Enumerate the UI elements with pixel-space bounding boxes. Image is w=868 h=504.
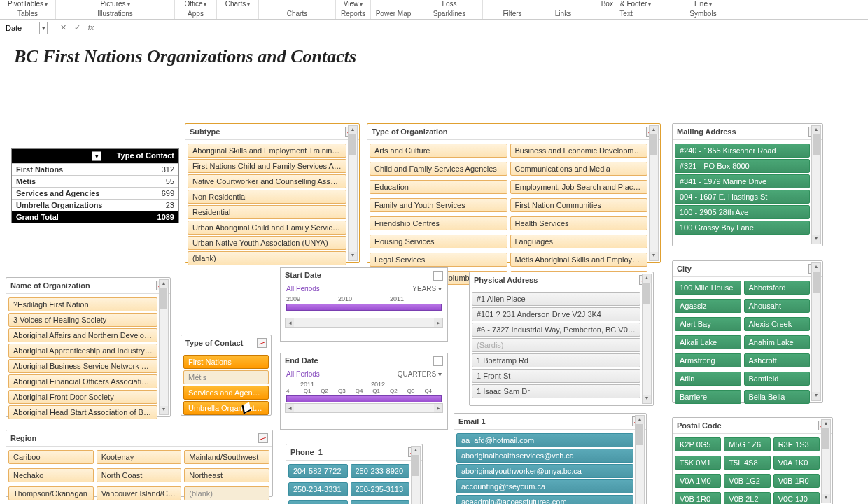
timeline-end-date[interactable]: End Date All PeriodsQUARTERS ▾ 20112012 … — [280, 353, 448, 430]
scrollbar[interactable]: ▴▾ — [635, 415, 645, 504]
slicer-name-of-organization[interactable]: Name of Organization ?Esdilagh First Nat… — [6, 277, 171, 417]
ribbon-group-reports: Reports — [341, 10, 365, 19]
scrollbar[interactable]: ▴▾ — [811, 125, 821, 244]
slicer-physical-address[interactable]: Physical Address #1 Allen Place #101 ? 2… — [469, 272, 654, 406]
slicer-postal-code[interactable]: Postal Code K2P 0G5M5G 1Z6R3E 1S3 T5K 0M… — [672, 417, 833, 504]
ribbon-office[interactable]: Office▾ — [182, 0, 210, 8]
timeline-scroll[interactable]: ◂▸ — [285, 318, 443, 328]
timeline-bar[interactable] — [286, 396, 442, 402]
slicer-region[interactable]: Region Cariboo Kootenay Mainland/Southwe… — [6, 430, 273, 497]
ribbon-line[interactable]: Line▾ — [692, 0, 715, 8]
formula-input[interactable] — [99, 22, 865, 34]
page-title: BC First Nations Organizations and Conta… — [14, 46, 858, 67]
scrollbar[interactable]: ▴▾ — [348, 125, 358, 261]
cancel-icon[interactable]: ✕ — [57, 22, 69, 34]
name-box[interactable] — [3, 22, 36, 34]
ribbon-group-illustrations: Illustrations — [97, 10, 133, 19]
ribbon-group-symbols: Symbols — [690, 10, 716, 19]
slicer-phone-1[interactable]: Phone_1 204-582-7722250-233-8920 250-234… — [286, 444, 423, 504]
name-box-dropdown[interactable]: ▾ — [39, 22, 48, 34]
ribbon-group-apps: Apps — [188, 10, 204, 19]
pivot-grand-total-label: Grand Total — [12, 211, 130, 223]
clear-filter-icon[interactable] — [433, 271, 443, 281]
ribbon-loss[interactable]: Loss — [439, 0, 459, 8]
scrollbar[interactable]: ▴▾ — [811, 262, 821, 401]
scrollbar[interactable]: ▴▾ — [821, 419, 831, 503]
ribbon-group-text: Text — [620, 10, 632, 19]
slicer-item-first-nations[interactable]: First Nations — [183, 355, 269, 369]
enter-icon[interactable]: ✓ — [71, 22, 83, 34]
formula-bar: ▾ ✕ ✓ fx — [0, 20, 868, 36]
ribbon-pictures[interactable]: Pictures▾ — [97, 0, 132, 8]
slicer-mailing-address[interactable]: Mailing Address #240 - 1855 Kirschner Ro… — [672, 123, 823, 246]
ribbon-group-filters: Filters — [503, 10, 522, 19]
pivot-filter-dropdown[interactable]: ▾ — [92, 151, 102, 161]
slicer-email-1[interactable]: Email 1 aa_afd@hotmail.com aboriginalhea… — [454, 413, 647, 504]
timeline-scroll[interactable]: ◂▸ — [285, 403, 443, 413]
ribbon-view[interactable]: View▾ — [341, 0, 366, 8]
ribbon-charts-dd[interactable]: Charts▾ — [223, 0, 253, 8]
scrollbar[interactable]: ▴▾ — [642, 274, 652, 404]
ribbon-box[interactable]: Box — [598, 0, 616, 8]
scrollbar[interactable]: ▴▾ — [159, 279, 169, 415]
ribbon-group-charts: Charts — [287, 10, 307, 19]
pivot-table: ▾ Type of Contact First Nations312 Métis… — [11, 148, 179, 223]
slicer-type-of-contact[interactable]: Type of Contact First Nations Métis Serv… — [181, 335, 272, 416]
scrollbar[interactable]: ▴▾ — [411, 446, 421, 504]
timeline-bar[interactable] — [286, 304, 442, 311]
clear-filter-icon[interactable] — [257, 338, 267, 348]
pivot-grand-total-value: 1089 — [130, 211, 178, 223]
ribbon-footer[interactable]: & Footer▾ — [617, 0, 654, 8]
ribbon-group-sparklines: Sparklines — [433, 10, 466, 19]
scrollbar[interactable]: ▴▾ — [649, 125, 659, 261]
timeline-start-date[interactable]: Start Date All PeriodsYEARS ▾ 2009201020… — [280, 267, 448, 342]
fx-icon[interactable]: fx — [85, 22, 97, 34]
ribbon-group-powermap: Power Map — [376, 10, 412, 19]
slicer-city[interactable]: City 100 Mile HouseAbbotsford AgassizAho… — [672, 260, 823, 403]
slicer-subtype[interactable]: Subtype Aboriginal Skills and Employment… — [185, 123, 360, 263]
slicer-type-of-organization[interactable]: Type of Organization Arts and CultureBus… — [367, 123, 661, 263]
ribbon-group-links: Links — [555, 10, 571, 19]
pivot-count-header: Type of Contact — [108, 149, 178, 163]
ribbon-group-tables: Tables — [18, 10, 38, 19]
clear-filter-icon[interactable] — [433, 356, 443, 366]
pivot-row-label: First Nations — [12, 164, 130, 175]
ribbon-pivottables[interactable]: PivotTables▾ — [5, 0, 50, 8]
clear-filter-icon[interactable] — [258, 433, 268, 443]
slicer-item[interactable]: Aboriginal Skills and Employment Trainin… — [188, 144, 346, 158]
ribbon: PivotTables▾ Tables Pictures▾ Illustrati… — [0, 0, 868, 20]
